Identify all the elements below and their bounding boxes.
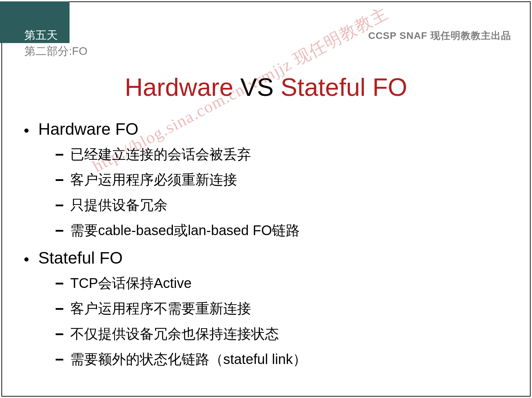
bullet-l2-text: 需要cable-based或lan-based FO链路	[70, 221, 300, 240]
bullet-dot-icon	[24, 128, 29, 133]
bullet-l2-item: 只提供设备冗余	[56, 196, 508, 215]
bullet-l2-item: 需要cable-based或lan-based FO链路	[56, 221, 508, 240]
bullet-dash-icon	[56, 283, 63, 284]
bullet-dot-icon	[24, 257, 29, 262]
section-label: 第二部分:FO	[24, 44, 87, 59]
bullet-l2-item: 不仅提供设备冗余也保持连接状态	[56, 324, 508, 343]
slide-title: Hardware VS Stateful FO	[0, 73, 532, 101]
bullet-l2-item: 客户运用程序必须重新连接	[56, 170, 508, 189]
bullet-l2-item: 客户运用程序不需要重新连接	[56, 299, 508, 318]
bullet-l2-item: 已经建立连接的会话会被丢弃	[56, 145, 508, 164]
bullet-l2-text: TCP会话保持Active	[70, 274, 192, 293]
bullet-stateful-fo: Stateful FO	[24, 248, 508, 267]
title-part3: Stateful FO	[281, 73, 407, 101]
bullet-dash-icon	[56, 359, 63, 360]
bullet-l2-text: 已经建立连接的会话会被丢弃	[70, 145, 251, 164]
bullet-dash-icon	[56, 308, 63, 310]
day-label: 第五天	[24, 28, 58, 43]
bullet-l2-text: 客户运用程序必须重新连接	[70, 170, 237, 189]
bullet-l2-text: 只提供设备冗余	[70, 196, 168, 215]
bullet-l2-item: 需要额外的状态化链路（stateful link）	[56, 350, 508, 369]
source-label: CCSP SNAF 现任明教教主出品	[368, 29, 511, 42]
title-part2: VS	[233, 73, 281, 101]
bullet-dash-icon	[56, 205, 63, 206]
bullet-l2-text: 不仅提供设备冗余也保持连接状态	[70, 324, 279, 343]
bullet-dash-icon	[56, 179, 63, 181]
bullet-l2-text: 需要额外的状态化链路（stateful link）	[70, 350, 307, 369]
bullet-l1-label: Hardware FO	[38, 119, 138, 139]
bullet-dash-icon	[56, 333, 63, 335]
content-area: Hardware FO 已经建立连接的会话会被丢弃 客户运用程序必须重新连接 只…	[24, 111, 508, 369]
bullet-dash-icon	[56, 230, 63, 232]
bullet-hardware-fo: Hardware FO	[24, 119, 508, 139]
bullet-l2-text: 客户运用程序不需要重新连接	[70, 299, 251, 318]
title-part1: Hardware	[125, 73, 233, 101]
bullet-l1-label: Stateful FO	[38, 248, 123, 267]
bullet-l2-item: TCP会话保持Active	[56, 274, 508, 293]
bullet-dash-icon	[56, 154, 63, 156]
